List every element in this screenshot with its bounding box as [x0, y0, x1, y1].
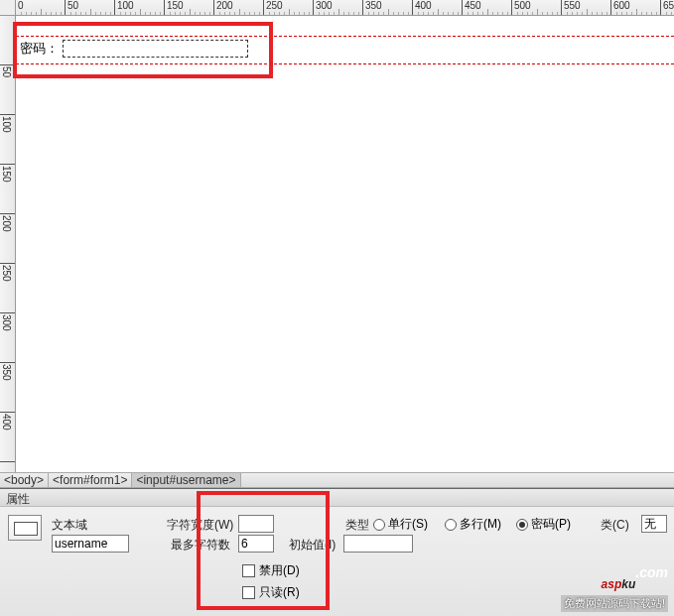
- tag-selector-item[interactable]: <form#form1>: [49, 473, 132, 487]
- init-value-field[interactable]: [343, 535, 413, 553]
- tag-selector-item[interactable]: <input#username>: [132, 473, 240, 487]
- checkbox-disabled[interactable]: 禁用(D): [242, 562, 300, 579]
- class-select[interactable]: 无: [641, 515, 667, 533]
- max-chars-label: 最多字符数: [171, 537, 230, 554]
- textfield-icon: [8, 515, 42, 541]
- radio-icon: [373, 519, 385, 531]
- tag-selector-bar[interactable]: <body><form#form1><input#username>: [0, 472, 674, 488]
- char-width-field[interactable]: [238, 515, 274, 533]
- checkbox-icon: [242, 564, 255, 577]
- password-input-placeholder[interactable]: [63, 40, 248, 58]
- ruler-corner: [0, 0, 16, 16]
- radio-icon: [445, 519, 457, 531]
- radio-label: 单行(S): [388, 516, 428, 533]
- horizontal-ruler: 050100150200250300350400450500550600650: [16, 0, 674, 16]
- checkbox-label: 只读(R): [259, 584, 300, 601]
- char-width-label: 字符宽度(W): [167, 517, 233, 534]
- password-label: 密码：: [16, 38, 63, 60]
- max-chars-field[interactable]: [238, 535, 274, 553]
- checkbox-icon: [242, 586, 255, 599]
- panel-title: 属性: [0, 489, 674, 507]
- checkbox-label: 禁用(D): [259, 562, 300, 579]
- radio-label: 多行(M): [460, 516, 501, 533]
- type-label: 文本域: [52, 517, 87, 534]
- radio-single-line[interactable]: 单行(S): [373, 516, 428, 533]
- radio-icon: [516, 519, 528, 531]
- tag-selector-item[interactable]: <body>: [0, 473, 49, 487]
- radio-password[interactable]: 密码(P): [516, 516, 571, 533]
- guide-line: [16, 63, 674, 64]
- checkbox-readonly[interactable]: 只读(R): [242, 584, 300, 601]
- id-field[interactable]: [52, 535, 129, 553]
- password-field-container[interactable]: 密码：: [16, 37, 254, 61]
- radio-label: 密码(P): [531, 516, 571, 533]
- radio-multi-line[interactable]: 多行(M): [445, 516, 501, 533]
- init-value-label: 初始值(I): [289, 537, 336, 554]
- properties-panel: 属性 文本域 字符宽度(W) 最多字符数 初始值(I) 类型 单行(S) 多行(…: [0, 488, 674, 616]
- class-label: 类(C): [601, 517, 629, 534]
- design-canvas[interactable]: 密码：: [16, 16, 674, 457]
- type-group-label: 类型: [345, 517, 369, 534]
